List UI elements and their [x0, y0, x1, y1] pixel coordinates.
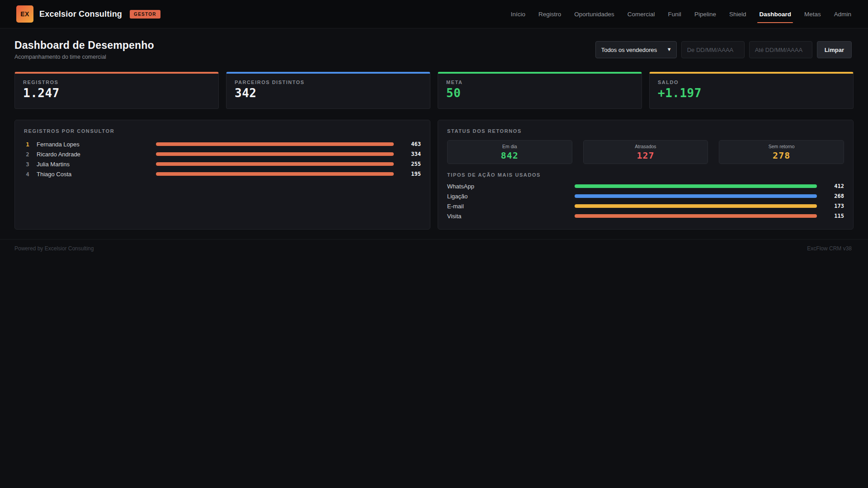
status-label: Sem retorno — [769, 144, 795, 149]
panel-title: STATUS DOS RETORNOS — [447, 128, 844, 134]
action-value: 268 — [822, 193, 844, 199]
page-head: Dashboard de Desempenho Acompanhamento d… — [0, 28, 868, 62]
footer-powered-by: Powered by Excelsior Consulting — [14, 245, 94, 252]
nav-item-comercial[interactable]: Comercial — [627, 9, 656, 19]
action-row: WhatsApp 412 — [447, 182, 844, 190]
status-cards: Em dia 842 Atrasados 127 Sem retorno 278 — [447, 140, 844, 164]
action-value: 412 — [822, 183, 844, 189]
action-label: E-mail — [447, 203, 569, 210]
page-title: Dashboard de Desempenho — [14, 39, 154, 52]
consultant-bar — [156, 172, 394, 176]
vendor-select[interactable]: Todos os vendedores — [595, 41, 677, 58]
date-to-input[interactable] — [749, 41, 812, 58]
consultant-value: 334 — [399, 151, 421, 157]
consultant-bar — [156, 162, 394, 166]
date-from-input[interactable] — [681, 41, 745, 58]
action-label: WhatsApp — [447, 183, 569, 190]
stat-label: PARCEIROS DISTINTOS — [235, 80, 422, 85]
footer-version: ExcFlow CRM v38 — [807, 245, 852, 252]
status-card-sem-retorno: Sem retorno 278 — [719, 140, 844, 164]
action-row: E-mail 173 — [447, 202, 844, 210]
bar-track — [575, 194, 817, 198]
bar-track — [156, 152, 394, 156]
status-card-atrasados: Atrasados 127 — [583, 140, 708, 164]
consultant-value: 195 — [399, 171, 421, 177]
nav-item-dashboard[interactable]: Dashboard — [759, 9, 792, 19]
consultant-bar — [156, 152, 394, 156]
stat-label: META — [446, 80, 633, 85]
nav-item-registro[interactable]: Registro — [538, 9, 561, 19]
bar-track — [156, 162, 394, 166]
nav-item-inicio[interactable]: Início — [510, 9, 526, 19]
stat-value: 50 — [446, 86, 633, 100]
stat-card-meta: META 50 — [438, 72, 642, 109]
consultant-row: 1 Fernanda Lopes 463 — [24, 140, 421, 148]
nav-item-oportunidades[interactable]: Oportunidades — [574, 9, 615, 19]
consultant-name: Julia Martins — [37, 161, 151, 168]
consultant-name: Thiago Costa — [37, 171, 151, 178]
panel-title: REGISTROS POR CONSULTOR — [24, 128, 421, 134]
stat-card-registros: REGISTROS 1.247 — [14, 72, 219, 109]
consultant-name: Ricardo Andrade — [37, 151, 151, 158]
rank-number: 3 — [24, 161, 31, 168]
stat-value: +1.197 — [658, 86, 845, 100]
action-bar — [575, 214, 817, 218]
action-label: Ligação — [447, 193, 569, 200]
status-label: Em dia — [502, 144, 517, 149]
stat-card-parceiros: PARCEIROS DISTINTOS 342 — [226, 72, 430, 109]
action-bar — [575, 194, 817, 198]
status-value: 278 — [773, 150, 790, 161]
consultant-name: Fernanda Lopes — [37, 141, 151, 148]
vendor-select-wrap: Todos os vendedores ▼ — [595, 41, 677, 58]
main-nav: Início Registro Oportunidades Comercial … — [510, 9, 852, 19]
stat-label: REGISTROS — [23, 80, 210, 85]
panels-row: REGISTROS POR CONSULTOR 1 Fernanda Lopes… — [14, 120, 854, 230]
clear-filters-button[interactable]: Limpar — [817, 41, 852, 58]
actions-title: TIPOS DE AÇÃO MAIS USADOS — [447, 172, 844, 178]
action-value: 173 — [822, 203, 844, 209]
status-value: 127 — [637, 150, 654, 161]
stats-row: REGISTROS 1.247 PARCEIROS DISTINTOS 342 … — [14, 72, 854, 109]
nav-item-funil[interactable]: Funil — [668, 9, 682, 19]
consultant-row: 3 Julia Martins 255 — [24, 160, 421, 168]
action-label: Visita — [447, 213, 569, 220]
brand: EX Excelsior Consulting GESTOR — [16, 5, 160, 23]
panel-registros-por-consultor: REGISTROS POR CONSULTOR 1 Fernanda Lopes… — [14, 120, 430, 230]
navbar: EX Excelsior Consulting GESTOR Início Re… — [0, 0, 868, 28]
consultant-bar — [156, 142, 394, 146]
footer: Powered by Excelsior Consulting ExcFlow … — [0, 239, 868, 258]
bar-track — [156, 142, 394, 146]
stat-value: 1.247 — [23, 86, 210, 100]
status-value: 842 — [501, 150, 519, 161]
brand-name: Excelsior Consulting — [39, 9, 122, 19]
consultant-value: 255 — [399, 161, 421, 167]
stat-value: 342 — [235, 86, 422, 100]
rank-number: 2 — [24, 151, 31, 158]
rank-number: 1 — [24, 141, 31, 148]
role-badge: GESTOR — [130, 10, 160, 19]
actions-list: WhatsApp 412 Ligação 268 E-mail 173 Visi… — [447, 182, 844, 220]
action-value: 115 — [822, 213, 844, 219]
stat-label: SALDO — [658, 80, 845, 85]
consultant-row: 4 Thiago Costa 195 — [24, 170, 421, 178]
nav-item-pipeline[interactable]: Pipeline — [694, 9, 717, 19]
bar-track — [575, 184, 817, 188]
status-label: Atrasados — [635, 144, 656, 149]
nav-item-admin[interactable]: Admin — [834, 9, 852, 19]
filter-bar: Todos os vendedores ▼ Limpar — [595, 41, 852, 58]
action-bar — [575, 184, 817, 188]
action-bar — [575, 204, 817, 208]
nav-item-metas[interactable]: Metas — [804, 9, 821, 19]
rank-number: 4 — [24, 171, 31, 178]
consultant-row: 2 Ricardo Andrade 334 — [24, 150, 421, 158]
nav-item-shield[interactable]: Shield — [729, 9, 747, 19]
page-head-titles: Dashboard de Desempenho Acompanhamento d… — [14, 39, 154, 60]
brand-logo: EX — [16, 5, 33, 23]
status-card-em-dia: Em dia 842 — [447, 140, 572, 164]
bar-track — [156, 172, 394, 176]
consultant-value: 463 — [399, 141, 421, 147]
action-row: Visita 115 — [447, 212, 844, 220]
stat-card-saldo: SALDO +1.197 — [649, 72, 854, 109]
consultant-list: 1 Fernanda Lopes 463 2 Ricardo Andrade 3… — [24, 140, 421, 178]
action-row: Ligação 268 — [447, 192, 844, 200]
